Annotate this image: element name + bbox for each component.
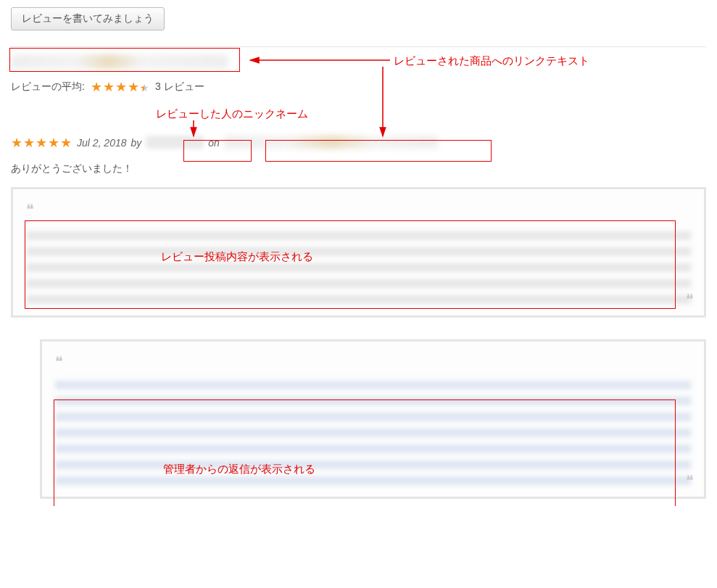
by-label: by <box>131 137 142 149</box>
star-icon: ★ <box>91 80 103 94</box>
reviewer-nickname[interactable] <box>146 136 204 149</box>
review-title: ありがとうございました！ <box>11 162 706 175</box>
quote-open-icon: ❝ <box>26 202 34 218</box>
quote-open-icon: ❝ <box>55 354 63 370</box>
write-review-button[interactable]: レビューを書いてみましょう <box>11 7 165 30</box>
star-icon: ★ <box>11 136 23 150</box>
average-count: 3 レビュー <box>155 80 204 94</box>
review-page: レビューを書いてみましょう レビューの平均: ★★★★★ 3 レビュー ★★★★… <box>0 0 717 506</box>
review-stars: ★★★★★ <box>11 135 72 151</box>
divider <box>11 46 706 47</box>
review-date: Jul 2, 2018 <box>77 137 127 149</box>
review-header: ★★★★★ Jul 2, 2018 by on <box>11 135 706 151</box>
average-label: レビューの平均: <box>11 80 85 94</box>
admin-reply-box: ❝ ❝ <box>40 339 706 499</box>
on-label: on <box>208 137 220 149</box>
star-icon: ★ <box>115 80 128 94</box>
reviewed-product-link[interactable] <box>224 136 438 149</box>
admin-reply-placeholder <box>55 376 691 485</box>
product-link-placeholder[interactable] <box>11 54 228 69</box>
review-body-placeholder <box>26 224 691 304</box>
star-icon: ★ <box>103 80 115 94</box>
star-icon: ★ <box>60 136 72 150</box>
rating-average-row: レビューの平均: ★★★★★ 3 レビュー <box>11 79 706 95</box>
average-stars: ★★★★★ <box>91 79 149 95</box>
star-icon: ★ <box>36 136 48 150</box>
star-half-icon: ★ <box>140 82 149 94</box>
star-icon: ★ <box>23 136 36 150</box>
star-icon: ★ <box>128 80 140 94</box>
quote-close-icon: ❝ <box>686 472 694 489</box>
quote-close-icon: ❝ <box>686 291 694 308</box>
review-body-box: ❝ ❝ <box>11 187 706 318</box>
star-icon: ★ <box>48 136 60 150</box>
